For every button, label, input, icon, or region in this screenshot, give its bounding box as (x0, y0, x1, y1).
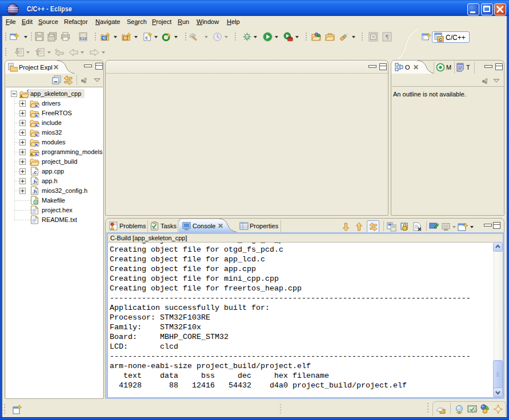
svg-text:.h: .h (33, 189, 37, 195)
svg-text:.h: .h (33, 179, 37, 185)
svg-text:c: c (145, 35, 148, 41)
svg-text:C: C (124, 36, 127, 40)
svg-text:¶: ¶ (386, 34, 388, 40)
svg-text:010: 010 (79, 36, 86, 41)
svg-text:C: C (439, 37, 442, 42)
svg-text:C: C (27, 89, 29, 94)
svg-text:C: C (103, 36, 106, 40)
svg-text:.c: .c (33, 169, 37, 175)
